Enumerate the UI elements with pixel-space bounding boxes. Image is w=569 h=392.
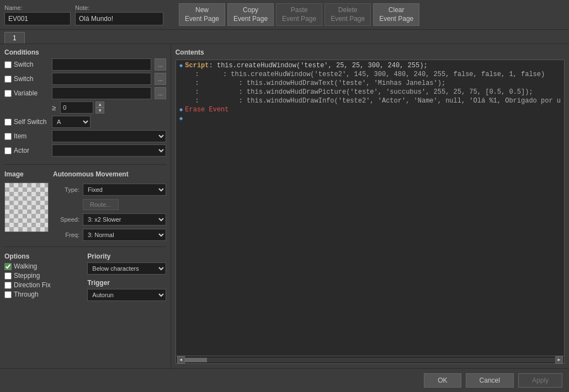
switch2-row: Switch ... (4, 73, 166, 85)
stepping-row: Stepping (4, 272, 83, 280)
tabs-bar: 1 (0, 30, 569, 44)
name-input[interactable] (4, 12, 71, 25)
type-select[interactable]: Fixed Random Approach Custom (83, 184, 166, 196)
options-priority-section: Options Walking Stepping Direction Fix (4, 253, 166, 301)
type-label: Type: (53, 186, 79, 193)
speed-row: Speed: 1: x8 Slower 2: x4 Slower 3: x2 S… (53, 213, 166, 225)
options-title: Options (4, 253, 83, 260)
code-line-7[interactable]: ◆ (177, 114, 563, 122)
spin-up-button[interactable]: ▲ (95, 101, 104, 108)
variable-gte-input[interactable] (60, 101, 93, 114)
trigger-title: Trigger (87, 279, 166, 287)
priority-section: Priority Below characters Same as charac… (87, 253, 166, 275)
name-label: Name: (4, 4, 71, 11)
code-line-6[interactable]: ◆ Erase Event (177, 105, 563, 114)
delete-event-page-button: DeleteEvent Page (325, 3, 371, 26)
conditions-title: Conditions (4, 49, 166, 56)
scroll-right-arrow[interactable]: ► (555, 356, 563, 364)
actor-label: Actor (14, 147, 29, 154)
copy-event-page-button[interactable]: CopyEvent Page (227, 3, 274, 26)
image-box[interactable] (4, 182, 49, 232)
main-content: Conditions Switch ... Switch (0, 44, 569, 368)
apply-button[interactable]: Apply (518, 373, 562, 388)
trigger-select[interactable]: Action Button Player Touch Event Touch A… (87, 289, 166, 301)
code-line-4[interactable]: : : this.windowHudDrawPicture('teste', '… (177, 88, 563, 96)
switch1-checkbox[interactable] (4, 61, 12, 68)
priority-select[interactable]: Below characters Same as characters Abov… (87, 262, 166, 275)
gte-symbol: ≥ (52, 104, 56, 112)
name-field-group: Name: (4, 4, 71, 25)
code-keyword-1: Script (185, 62, 209, 69)
switch2-value[interactable] (52, 73, 151, 85)
direction-fix-checkbox[interactable] (4, 282, 12, 289)
cancel-button[interactable]: Cancel (466, 373, 514, 388)
diamond-1: ◆ (179, 62, 183, 69)
self-switch-label: Self Switch (14, 118, 46, 126)
variable-checkbox[interactable] (4, 90, 12, 97)
note-input[interactable] (75, 12, 163, 25)
direction-fix-row: Direction Fix (4, 281, 83, 289)
code-erase-6: Erase Event (185, 106, 228, 114)
image-title: Image (4, 170, 49, 178)
actor-checkbox[interactable] (4, 147, 12, 154)
options-section: Options Walking Stepping Direction Fix (4, 253, 83, 301)
speed-select[interactable]: 1: x8 Slower 2: x4 Slower 3: x2 Slower 4… (83, 213, 166, 225)
item-checkbox[interactable] (4, 133, 12, 140)
code-indent-3: : : this.windowHudDrawText('teste', 'Min… (179, 79, 445, 87)
right-panel: Contents ◆ Script : this.createHudWindow… (171, 44, 569, 368)
ok-button[interactable]: OK (424, 373, 461, 388)
autonomous-title: Autonomous Movement (53, 170, 166, 178)
actor-row: Actor (4, 144, 166, 157)
code-line-2[interactable]: : : this.createHudWindow('teste2', 145, … (177, 70, 563, 79)
code-indent-2: : : this.createHudWindow('teste2', 145, … (179, 71, 545, 78)
footer: OK Cancel Apply (0, 368, 569, 392)
through-label: Through (14, 291, 39, 298)
note-field-group: Note: (75, 4, 163, 25)
autonomous-section: Autonomous Movement Type: Fixed Random A… (53, 170, 166, 241)
freq-label: Freq: (53, 232, 79, 238)
clear-event-page-button[interactable]: ClearEvent Page (373, 3, 419, 26)
spin-buttons: ▲ ▼ (95, 101, 104, 114)
actor-select[interactable] (52, 144, 166, 157)
direction-fix-label: Direction Fix (14, 281, 51, 289)
self-switch-select[interactable]: A B C D (52, 116, 91, 128)
tab-1[interactable]: 1 (4, 32, 25, 44)
item-select[interactable] (52, 130, 166, 142)
switch2-checkbox[interactable] (4, 76, 12, 83)
code-line-1[interactable]: ◆ Script : this.createHudWindow('teste',… (177, 61, 563, 70)
self-switch-checkbox[interactable] (4, 119, 12, 126)
variable-checkbox-group: Variable (4, 89, 49, 97)
walking-checkbox[interactable] (4, 263, 12, 270)
item-row: Item (4, 130, 166, 142)
spin-down-button[interactable]: ▼ (95, 108, 104, 114)
item-checkbox-group: Item (4, 132, 49, 140)
switch1-checkbox-group: Switch (4, 61, 49, 68)
diamond-7: ◆ (179, 115, 183, 122)
freq-select[interactable]: 1: Lowest 2: Lower 3: Normal 4: Higher 5… (83, 229, 166, 241)
switch1-value[interactable] (52, 58, 151, 71)
freq-row: Freq: 1: Lowest 2: Lower 3: Normal 4: Hi… (53, 229, 166, 241)
new-event-page-button[interactable]: NewEvent Page (179, 3, 225, 26)
note-label: Note: (75, 4, 163, 11)
switch1-dots-button[interactable]: ... (155, 58, 166, 71)
type-row: Type: Fixed Random Approach Custom (53, 184, 166, 196)
walking-row: Walking (4, 262, 83, 270)
scrollbar-thumb[interactable] (185, 358, 207, 362)
image-movement-section: Image Autonomous Movement Type: Fixed Ra… (4, 170, 166, 241)
self-switch-checkbox-group: Self Switch (4, 118, 49, 126)
variable-dots-button[interactable]: ... (155, 87, 166, 99)
through-checkbox[interactable] (4, 291, 12, 298)
code-indent-5: : : this.windowHudDrawInfo('teste2', 'Ac… (179, 97, 561, 105)
code-line-3[interactable]: : : this.windowHudDrawText('teste', 'Min… (177, 79, 563, 88)
scroll-left-arrow[interactable]: ◄ (177, 356, 185, 364)
priority-trigger-col: Priority Below characters Same as charac… (87, 253, 166, 301)
horizontal-scrollbar[interactable]: ◄ ► (176, 356, 565, 364)
route-button: Route... (83, 199, 119, 210)
code-line-5[interactable]: : : this.windowHudDrawInfo('teste2', 'Ac… (177, 96, 563, 105)
variable-gte-row: ≥ ▲ ▼ (52, 101, 166, 114)
speed-label: Speed: (53, 216, 79, 223)
variable-value[interactable] (52, 87, 151, 99)
switch2-dots-button[interactable]: ... (155, 73, 166, 85)
contents-list[interactable]: ◆ Script : this.createHudWindow('teste',… (176, 60, 565, 356)
stepping-checkbox[interactable] (4, 272, 12, 280)
